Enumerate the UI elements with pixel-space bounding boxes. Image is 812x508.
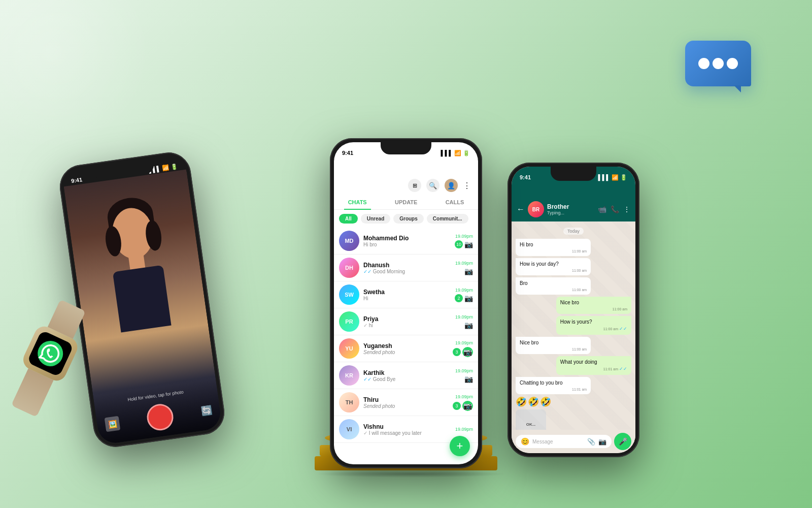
chip-groups[interactable]: Groups (393, 214, 424, 224)
chat-meta-priya: 19.09pm 📷 (455, 314, 473, 329)
avatar-karthik: KR (339, 365, 359, 386)
shutter-button[interactable] (145, 402, 175, 432)
chat-meta-thiru: 19.09pm 3 📷 (453, 394, 473, 411)
emoji-laugh-2: 🤣 (528, 396, 539, 407)
bubble-tail (734, 85, 741, 92)
chat-window-actions: 📹 📞 ⋮ (598, 205, 630, 213)
chat-name-karthik: Karthik (363, 369, 451, 376)
search-button[interactable]: 🔍 (426, 179, 439, 192)
tick-vishnu: ✓ (363, 430, 367, 436)
message-input-placeholder[interactable]: Message (532, 439, 584, 444)
chat-window-phone: 9:41 ▌▌▌ 📶 🔋 ← BR Brother Typing... (507, 163, 639, 457)
emoji-laugh-3: 🤣 (540, 396, 551, 407)
battery-icon-right: 🔋 (620, 174, 627, 181)
signal-icon-right: ▌▌▌ (598, 174, 610, 180)
chat-item-dhanush[interactable]: DH Dhanush ✓✓ Good Morning 19.09pm 📷 (334, 255, 478, 281)
chip-unread[interactable]: Unread (361, 214, 390, 224)
emoji-laugh-1: 🤣 (516, 396, 527, 407)
chat-item-priya[interactable]: PR Priya ✓ hi 19.09pm 📷 (334, 308, 478, 335)
chat-item-mohammed[interactable]: MD Mohammed Dio Hi bro 19.09pm 10 📷 (334, 228, 478, 255)
bubble-dot-2 (713, 58, 724, 69)
mic-button[interactable]: 🎤 (614, 433, 631, 450)
chat-window-header: ← BR Brother Typing... 📹 📞 ⋮ (512, 185, 635, 221)
camera-icon-priya: 📷 (464, 321, 473, 329)
chat-meta-yuganesh: 19.09pm 3 📷 (453, 340, 473, 357)
avatar-vishnu: VI (339, 419, 359, 439)
avatar-button[interactable]: 👤 (445, 179, 458, 192)
msg-nice-bro-in: Nice bro 11:00 am (516, 337, 591, 354)
gallery-button[interactable]: 🖼️ (105, 416, 121, 432)
chat-item-karthik[interactable]: KR Karthik ✓✓ Good Bye 19.09pm 📷 (334, 362, 478, 389)
chat-preview-yuganesh: Sended photo (363, 350, 449, 355)
chat-preview-mohammed: Hi bro (363, 242, 451, 247)
chat-time-vishnu: 19.09pm (455, 427, 473, 432)
chat-name-priya: Priya (363, 315, 451, 323)
chip-all[interactable]: All (339, 214, 358, 224)
avatar-dhanush: DH (339, 258, 359, 278)
whatsapp-header: ⊞ 🔍 👤 ⋮ (334, 161, 478, 195)
msg-what-doing: What your doing 11:01 am ✓✓ (556, 356, 631, 375)
chat-badge-mohammed: 10 (455, 240, 463, 248)
chat-name-thiru: Thiru (363, 396, 449, 403)
chat-list-screen: 9:41 ▌▌▌ 📶 🔋 ⊞ 🔍 👤 ⋮ CHATS (334, 142, 478, 464)
whatsapp-watch-icon (33, 337, 67, 370)
chat-bubble-decoration (685, 41, 751, 86)
emoji-picker-icon[interactable]: 😊 (521, 437, 529, 446)
wifi-icon-center: 📶 (454, 150, 461, 156)
flip-camera-icon[interactable]: 🔄 (200, 404, 213, 417)
chat-message-list: Today Hi bro 11:00 am How is your day? 1… (512, 221, 635, 452)
chat-window-contact-name: Brother (547, 203, 595, 210)
chat-window-status: Typing... (547, 210, 595, 215)
chat-preview-priya: ✓ hi (363, 323, 451, 328)
tab-chats[interactable]: CHATS (344, 197, 371, 209)
chat-time-thiru: 19.09pm (455, 394, 473, 399)
chat-menu-button[interactable]: ⋮ (623, 205, 630, 213)
chat-window-avatar: BR (528, 201, 544, 217)
status-icons-right: ▌▌▌ 📶 🔋 (598, 174, 627, 181)
chat-name-mohammed: Mohammed Dio (363, 235, 451, 242)
chat-name-dhanush: Dhanush (363, 262, 451, 269)
shirt (113, 265, 172, 333)
camera-icon-swetha: 📷 (464, 294, 473, 302)
chat-badge-thiru: 3 (453, 402, 461, 410)
chat-name-swetha: Swetha (363, 289, 451, 296)
new-chat-fab[interactable]: + (450, 436, 470, 456)
bubble-dot-1 (698, 58, 709, 69)
avatar-yuganesh: YU (339, 338, 359, 359)
tab-calls[interactable]: CALLS (442, 197, 468, 209)
chat-time-dhanush: 19.09pm (455, 261, 473, 266)
chip-community[interactable]: Communit... (427, 214, 468, 224)
chat-preview-swetha: Hi (363, 296, 451, 301)
tab-bar: CHATS UPDATE CALLS (334, 195, 478, 210)
chat-info-swetha: Swetha Hi (363, 289, 451, 301)
phone-notch-center (381, 142, 431, 154)
tick-dhanush: ✓✓ (363, 269, 371, 274)
tab-update[interactable]: UPDATE (391, 197, 421, 209)
menu-button[interactable]: ⋮ (463, 181, 471, 190)
chat-time-karthik: 19.09pm (455, 368, 473, 373)
chat-meta-karthik: 19.09pm 📷 (455, 368, 473, 383)
camera-phone: 9:41 ▌▌▌ 📶 🔋 Hold for video, tap for pho… (57, 150, 227, 450)
chat-meta-mohammed: 19.09pm 10 📷 (455, 234, 473, 248)
video-call-button[interactable]: 📹 (598, 205, 606, 213)
back-button[interactable]: ← (517, 205, 525, 214)
avatar-swetha: SW (339, 284, 359, 305)
msg-nice-bro-out: Nice bro 11:00 am (556, 297, 631, 314)
message-input-box[interactable]: 😊 Message 📎 📷 (516, 435, 612, 448)
attach-icon[interactable]: 📎 (587, 438, 595, 446)
speech-bubble (685, 41, 751, 86)
chat-window-contact-info: Brother Typing... (547, 203, 595, 215)
chat-badge-yuganesh: 3 (453, 348, 461, 356)
camera-icon-green-yuganesh: 📷 (462, 347, 473, 357)
time-right: 9:41 (520, 174, 531, 180)
chat-item-swetha[interactable]: SW Swetha Hi 19.09pm 2 📷 (334, 281, 478, 308)
qr-code-button[interactable]: ⊞ (408, 179, 421, 192)
msg-emoji-row: 🤣 🤣 🤣 (516, 396, 631, 407)
voice-call-button[interactable]: 📞 (611, 205, 619, 213)
chat-info-mohammed: Mohammed Dio Hi bro (363, 235, 451, 247)
wifi-icon-right: 📶 (612, 174, 619, 181)
camera-input-icon[interactable]: 📷 (598, 438, 606, 446)
chat-item-thiru[interactable]: TH Thiru Sended photo 19.09pm 3 📷 (334, 389, 478, 416)
ticks-how-yours: ✓✓ (619, 326, 627, 331)
chat-item-yuganesh[interactable]: YU Yuganesh Sended photo 19.09pm 3 📷 (334, 335, 478, 362)
